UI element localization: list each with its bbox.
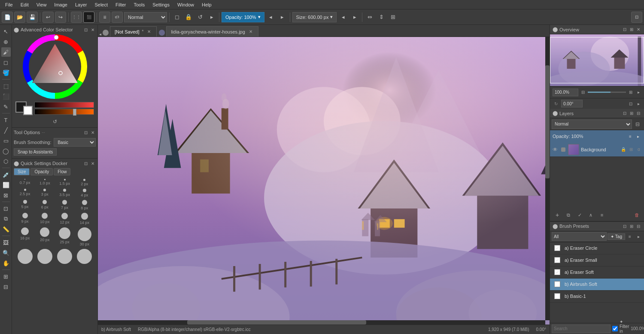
- brush-size-item[interactable]: 50 px: [55, 248, 74, 264]
- menu-filter[interactable]: Filter: [112, 1, 129, 8]
- brush-size-item[interactable]: 1.5 px: [55, 178, 74, 187]
- zoom-right-icon[interactable]: ▸: [635, 89, 641, 95]
- quick-settings-float[interactable]: ⊡: [83, 160, 89, 166]
- blend-mode-select[interactable]: Normal: [124, 12, 167, 22]
- tool-eraser[interactable]: ◻: [1, 58, 11, 67]
- save-button[interactable]: 💾: [27, 12, 38, 23]
- color-settings-button[interactable]: ⬛: [83, 12, 94, 23]
- layer-opacity-row[interactable]: Opacity: 100% ≡ ▸: [550, 130, 644, 142]
- brush-presets-more[interactable]: ⊟: [635, 223, 641, 229]
- tool-clone[interactable]: ⧉: [1, 214, 11, 224]
- overview-close[interactable]: ✕: [635, 27, 641, 33]
- refresh-button[interactable]: ↺: [195, 12, 205, 22]
- layers-filter-icon[interactable]: ⊟: [635, 110, 641, 116]
- overview-thumbnail[interactable]: [550, 34, 644, 86]
- preset-checkbox[interactable]: [554, 293, 560, 299]
- tool-path[interactable]: ✎: [1, 102, 11, 111]
- preset-checkbox[interactable]: ✓: [554, 269, 560, 275]
- brush-preset-item[interactable]: ✓a) Eraser Soft: [550, 267, 644, 279]
- layers-blend-mode[interactable]: Normal: [552, 120, 632, 129]
- tool-crop[interactable]: ⊠: [1, 190, 11, 200]
- canvas-area[interactable]: [98, 37, 550, 325]
- hue-slider[interactable]: [34, 102, 94, 108]
- brush-options-button[interactable]: ⋮⋮: [71, 12, 82, 23]
- menu-file[interactable]: File: [2, 1, 16, 8]
- color-panel-float[interactable]: ⊡: [83, 27, 89, 33]
- layer-item-background[interactable]: 👁 Background 🔒 ⊞ α: [550, 142, 644, 157]
- preset-checkbox[interactable]: ✓: [554, 245, 560, 251]
- zoom-input[interactable]: [553, 89, 578, 96]
- menu-help[interactable]: Help: [198, 1, 215, 8]
- brush-size-item[interactable]: 0.7 px: [15, 178, 34, 187]
- quick-tab-opacity[interactable]: Opacity: [30, 168, 53, 175]
- rotation-flip-icon[interactable]: ▸: [635, 101, 641, 107]
- delete-layer-button[interactable]: 🗑: [632, 210, 641, 220]
- tab-unsaved[interactable]: [Not Saved] * ✕: [110, 26, 157, 37]
- snap-assistants-button[interactable]: Snap to Assistants: [14, 148, 57, 156]
- undo-button[interactable]: ↩: [43, 12, 54, 23]
- color-panel-close[interactable]: ✕: [90, 27, 96, 33]
- brush-size-item[interactable]: 5 px: [15, 199, 34, 211]
- zoom-select-icon[interactable]: ⊟: [580, 89, 586, 95]
- move-up-button[interactable]: ∧: [586, 210, 595, 220]
- menu-layer[interactable]: Layer: [72, 1, 91, 8]
- tab-unsaved-close[interactable]: ✕: [146, 29, 152, 35]
- tool-reference[interactable]: 🖼: [1, 238, 11, 247]
- preset-checkbox[interactable]: [554, 281, 560, 287]
- brush-size-item[interactable]: 3.5 px: [55, 188, 74, 198]
- overview-maximize[interactable]: ⊞: [629, 27, 635, 33]
- tool-options-close[interactable]: ✕: [90, 129, 96, 135]
- brush-options-icon[interactable]: ▸: [635, 233, 642, 240]
- layer-inherit-button[interactable]: ⊞: [628, 146, 635, 153]
- tool-rect[interactable]: ▭: [1, 136, 11, 145]
- opacity-stepper-down[interactable]: ◂: [266, 12, 276, 22]
- brush-size-item[interactable]: 4 px: [75, 188, 94, 198]
- tool-brush[interactable]: 🖌: [1, 47, 11, 57]
- brush-filter-select[interactable]: All: [552, 232, 607, 241]
- brush-size-item[interactable]: 14 px: [75, 212, 94, 226]
- saturation-slider[interactable]: [34, 109, 94, 115]
- tool-extra-1[interactable]: ⊞: [1, 272, 11, 281]
- filter-in-tag-checkbox[interactable]: [612, 326, 618, 331]
- brush-size-item[interactable]: 2 px: [75, 178, 94, 187]
- brush-size-item[interactable]: 1.0 px: [35, 178, 54, 187]
- opacity-arrow-icon[interactable]: ▸: [635, 133, 641, 140]
- transform-button[interactable]: ⊞: [388, 12, 398, 22]
- layers-filter-button[interactable]: ⊟: [633, 120, 642, 129]
- layers-maximize[interactable]: ⊞: [629, 110, 635, 116]
- workspace-button[interactable]: ⊡: [631, 12, 642, 23]
- brush-size-item[interactable]: 35 px: [15, 248, 34, 264]
- tool-extra-2[interactable]: ⊟: [1, 282, 11, 291]
- layers-float[interactable]: ⊡: [622, 110, 628, 116]
- brush-preset-item[interactable]: b) Airbrush Soft: [550, 279, 644, 291]
- canvas-scrollbar-h[interactable]: [98, 320, 545, 325]
- menu-select[interactable]: Select: [91, 1, 111, 8]
- viewport-indicator[interactable]: [550, 37, 644, 83]
- brush-preset-item[interactable]: b) Basic-1: [550, 291, 644, 303]
- tool-measure[interactable]: 📏: [1, 224, 11, 234]
- zoom-slider[interactable]: [588, 92, 626, 93]
- brush-size-item[interactable]: 12 px: [55, 212, 74, 226]
- tab-reference[interactable]: lidia-goryachewa-winter-houses.jpg ✕: [166, 26, 258, 37]
- opacity-settings-icon[interactable]: ≡: [627, 133, 634, 140]
- layer-alpha-button[interactable]: α: [635, 146, 642, 153]
- size-control[interactable]: Size: 600.00 px ▾: [292, 12, 337, 22]
- tool-selection[interactable]: ⬚: [1, 81, 11, 91]
- tool-zoom[interactable]: 🔍: [1, 248, 11, 257]
- tool-contiguous[interactable]: ⬛: [1, 92, 11, 101]
- brush-search-input[interactable]: [552, 325, 611, 333]
- tool-gradient[interactable]: ⬜: [1, 180, 11, 190]
- brush-size-item[interactable]: 3 px: [35, 188, 54, 198]
- align-button[interactable]: ≡: [99, 12, 110, 23]
- menu-view[interactable]: View: [33, 1, 50, 8]
- tool-transform[interactable]: ⊕: [1, 37, 11, 46]
- tag-button[interactable]: 🏷: [112, 12, 123, 23]
- brush-size-item[interactable]: 7 px: [55, 199, 74, 211]
- menu-edit[interactable]: Edit: [17, 1, 32, 8]
- layer-visibility-toggle[interactable]: 👁: [552, 146, 559, 153]
- copy-layer-button[interactable]: ⧉: [564, 210, 573, 220]
- menu-window[interactable]: Window: [174, 1, 197, 8]
- rotation-reset-icon[interactable]: ⊡: [628, 101, 634, 107]
- reset-colors-icon[interactable]: ↺: [53, 119, 57, 125]
- size-stepper-down[interactable]: ◂: [338, 12, 348, 22]
